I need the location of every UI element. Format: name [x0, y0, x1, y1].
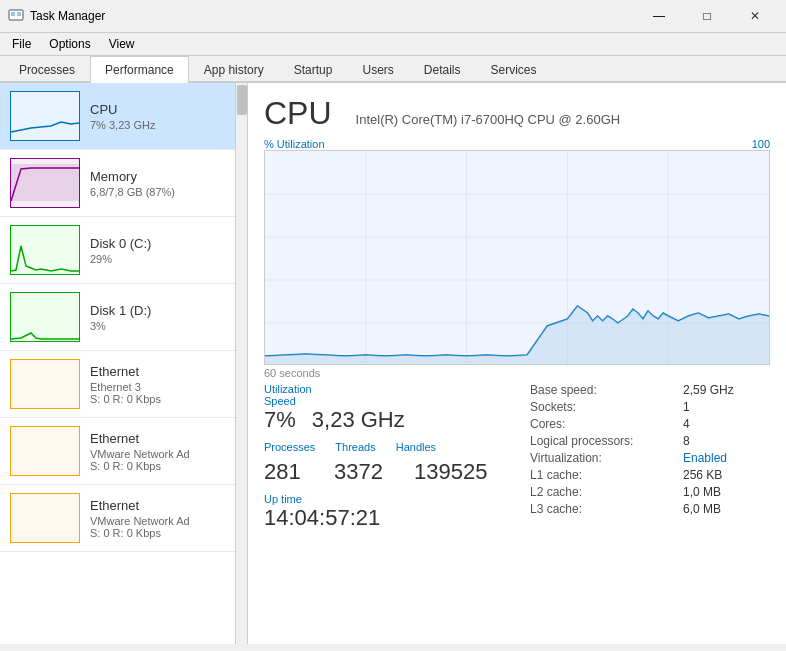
svg-rect-1 — [11, 12, 15, 16]
info-panel: Base speed: 2,59 GHz Sockets: 1 Cores: 4… — [530, 383, 770, 531]
ethernet2-stats: S: 0 R: 0 Kbps — [90, 460, 237, 472]
svg-rect-3 — [11, 92, 79, 140]
ethernet3-sub: VMware Network Ad — [90, 515, 237, 527]
scrollbar-thumb[interactable] — [237, 85, 247, 115]
sidebar-item-memory[interactable]: Memory 6,8/7,8 GB (87%) — [0, 150, 247, 217]
processes-block: Processes — [264, 441, 315, 453]
disk0-mini-graph — [10, 225, 80, 275]
disk1-label: Disk 1 (D:) — [90, 303, 237, 318]
tab-performance[interactable]: Performance — [90, 56, 189, 83]
utilization-block: Utilization Speed 7% 3,23 GHz — [264, 383, 405, 433]
memory-label: Memory — [90, 169, 237, 184]
memory-stats: 6,8/7,8 GB (87%) — [90, 186, 237, 198]
maximize-button[interactable]: □ — [684, 6, 730, 26]
logical-label: Logical processors: — [530, 434, 675, 448]
minimize-button[interactable]: — — [636, 6, 682, 26]
disk1-mini-graph — [10, 292, 80, 342]
sidebar-item-ethernet2[interactable]: Ethernet VMware Network Ad S: 0 R: 0 Kbp… — [0, 418, 247, 485]
ethernet1-sub: Ethernet 3 — [90, 381, 237, 393]
uptime-label: Up time — [264, 493, 530, 505]
tab-bar: Processes Performance App history Startu… — [0, 56, 786, 83]
l1-label: L1 cache: — [530, 468, 675, 482]
sidebar-scrollbar[interactable] — [235, 83, 247, 644]
right-panel: CPU Intel(R) Core(TM) i7-6700HQ CPU @ 2.… — [248, 83, 786, 644]
tab-services[interactable]: Services — [476, 56, 552, 83]
y-axis-max: 100 — [752, 138, 770, 150]
cpu-label: CPU — [90, 102, 237, 117]
sidebar-item-disk0[interactable]: Disk 0 (C:) 29% — [0, 217, 247, 284]
handles-label: Handles — [396, 441, 436, 453]
l1-value: 256 KB — [683, 468, 722, 482]
cores-value: 4 — [683, 417, 690, 431]
tab-details[interactable]: Details — [409, 56, 476, 83]
menu-bar: File Options View — [0, 33, 786, 56]
ethernet3-stats: S: 0 R: 0 Kbps — [90, 527, 237, 539]
time-label: 60 seconds — [264, 367, 770, 379]
app-icon — [8, 7, 24, 26]
svg-marker-19 — [265, 306, 769, 365]
disk0-stats: 29% — [90, 253, 237, 265]
ethernet2-sub: VMware Network Ad — [90, 448, 237, 460]
handles-value: 139525 — [414, 459, 487, 485]
main-content: CPU 7% 3,23 GHz Memory 6,8/7,8 GB (87%) — [0, 83, 786, 644]
l2-label: L2 cache: — [530, 485, 675, 499]
virtualization-label: Virtualization: — [530, 451, 675, 465]
ethernet2-label: Ethernet — [90, 431, 237, 446]
app-title: Task Manager — [30, 9, 105, 23]
ethernet1-stats: S: 0 R: 0 Kbps — [90, 393, 237, 405]
l2-value: 1,0 MB — [683, 485, 721, 499]
l3-value: 6,0 MB — [683, 502, 721, 516]
menu-file[interactable]: File — [4, 35, 39, 53]
cpu-model: Intel(R) Core(TM) i7-6700HQ CPU @ 2.60GH — [356, 112, 621, 127]
speed-value: 3,23 GHz — [312, 407, 405, 433]
disk1-stats: 3% — [90, 320, 237, 332]
menu-view[interactable]: View — [101, 35, 143, 53]
threads-value: 3372 — [334, 459, 394, 485]
uptime-value: 14:04:57:21 — [264, 505, 530, 531]
tab-processes[interactable]: Processes — [4, 56, 90, 83]
sidebar-item-ethernet3[interactable]: Ethernet VMware Network Ad S: 0 R: 0 Kbp… — [0, 485, 247, 552]
menu-options[interactable]: Options — [41, 35, 98, 53]
ethernet1-mini-graph — [10, 359, 80, 409]
sidebar-item-disk1[interactable]: Disk 1 (D:) 3% — [0, 284, 247, 351]
sidebar-item-ethernet1[interactable]: Ethernet Ethernet 3 S: 0 R: 0 Kbps — [0, 351, 247, 418]
l3-label: L3 cache: — [530, 502, 675, 516]
ethernet3-mini-graph — [10, 493, 80, 543]
threads-label: Threads — [335, 441, 375, 453]
svg-rect-9 — [11, 427, 79, 475]
sockets-label: Sockets: — [530, 400, 675, 414]
svg-rect-8 — [11, 360, 79, 408]
sidebar-item-cpu[interactable]: CPU 7% 3,23 GHz — [0, 83, 247, 150]
speed-label: Speed — [264, 395, 405, 407]
cpu-chart — [264, 150, 770, 365]
processes-value: 281 — [264, 459, 314, 485]
svg-rect-6 — [11, 226, 79, 274]
ethernet1-label: Ethernet — [90, 364, 237, 379]
panel-title: CPU — [264, 95, 332, 132]
sockets-value: 1 — [683, 400, 690, 414]
virtualization-value: Enabled — [683, 451, 727, 465]
processes-label: Processes — [264, 441, 315, 453]
tab-users[interactable]: Users — [347, 56, 408, 83]
ethernet3-label: Ethernet — [90, 498, 237, 513]
tab-startup[interactable]: Startup — [279, 56, 348, 83]
handles-block: Handles — [396, 441, 436, 453]
logical-value: 8 — [683, 434, 690, 448]
memory-mini-graph — [10, 158, 80, 208]
utilization-label: Utilization — [264, 383, 405, 395]
base-speed-label: Base speed: — [530, 383, 675, 397]
y-axis-label: % Utilization — [264, 138, 325, 150]
tab-app-history[interactable]: App history — [189, 56, 279, 83]
ethernet2-mini-graph — [10, 426, 80, 476]
svg-rect-7 — [11, 293, 79, 341]
title-bar: Task Manager — □ ✕ — [0, 0, 786, 33]
disk0-label: Disk 0 (C:) — [90, 236, 237, 251]
svg-rect-10 — [11, 494, 79, 542]
threads-block: Threads — [335, 441, 375, 453]
utilization-value: 7% — [264, 407, 296, 433]
svg-rect-2 — [17, 12, 21, 16]
close-button[interactable]: ✕ — [732, 6, 778, 26]
uptime-block: Up time 14:04:57:21 — [264, 493, 530, 531]
cores-label: Cores: — [530, 417, 675, 431]
cpu-stats: 7% 3,23 GHz — [90, 119, 237, 131]
